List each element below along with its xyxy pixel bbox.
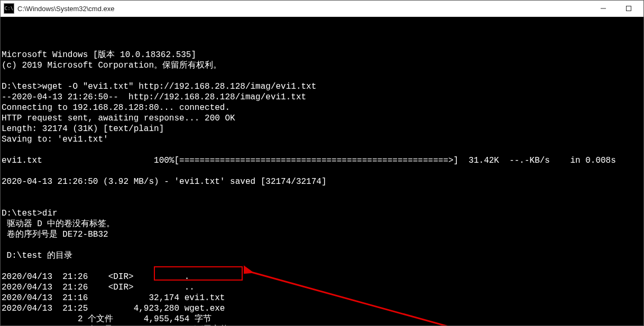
cmd-icon: C:\ [4, 3, 14, 14]
terminal-line [2, 145, 643, 155]
terminal-line: 2020-04-13 21:26:50 (3.92 MB/s) - 'evi1.… [2, 176, 643, 187]
terminal-line: Connecting to 192.168.28.128:80... conne… [2, 103, 643, 113]
terminal-line: 2020/04/13 21:16 32,174 evi1.txt [2, 293, 643, 303]
window-title: C:\Windows\System32\cmd.exe [17, 5, 592, 13]
terminal-line: 2 个文件 4,955,454 字节 [2, 314, 643, 324]
terminal-line: Saving to: 'evi1.txt' [2, 134, 643, 145]
cmd-window: C:\ C:\Windows\System32\cmd.exe [0, 0, 644, 326]
cmd-icon-label: C:\ [5, 6, 13, 11]
terminal-line: evi1.txt 100%[==========================… [2, 155, 643, 166]
terminal-line: 驱动器 D 中的卷没有标签。 [2, 219, 643, 229]
terminal-line: Microsoft Windows [版本 10.0.18362.535] [2, 50, 643, 60]
terminal-line [2, 198, 643, 208]
terminal-line: 2020/04/13 21:26 <DIR> .. [2, 282, 643, 293]
window-titlebar[interactable]: C:\ C:\Windows\System32\cmd.exe [1, 1, 643, 17]
terminal-line: 卷的序列号是 DE72-BB32 [2, 229, 643, 240]
terminal-line: Length: 32174 (31K) [text/plain] [2, 124, 643, 134]
terminal-line: (c) 2019 Microsoft Corporation。保留所有权利。 [2, 60, 643, 71]
minimize-icon [601, 6, 606, 11]
terminal-line: D:\test>wget -O "evi1.txt" http://192.16… [2, 81, 643, 92]
terminal-line [2, 187, 643, 198]
terminal-line [2, 71, 643, 81]
maximize-icon [626, 6, 631, 11]
terminal-line: 2 个目录 23,175,860,224 可用字节 [2, 324, 643, 325]
minimize-button[interactable] [592, 1, 615, 16]
terminal-line: --2020-04-13 21:26:50-- http://192.168.2… [2, 92, 643, 103]
terminal-line: 2020/04/13 21:26 <DIR> . [2, 272, 643, 282]
window-buttons [592, 1, 640, 16]
maximize-button[interactable] [617, 1, 640, 16]
terminal-line [2, 240, 643, 250]
terminal-line: D:\test 的目录 [2, 250, 643, 261]
terminal-line: 2020/04/13 21:25 4,923,280 wget.exe [2, 303, 643, 314]
terminal-line [2, 166, 643, 176]
svg-rect-1 [627, 6, 631, 11]
terminal-line [2, 261, 643, 272]
terminal-line: HTTP request sent, awaiting response... … [2, 113, 643, 124]
terminal-line: D:\test>dir [2, 208, 643, 219]
terminal-output[interactable]: Microsoft Windows [版本 10.0.18362.535](c)… [1, 17, 643, 325]
